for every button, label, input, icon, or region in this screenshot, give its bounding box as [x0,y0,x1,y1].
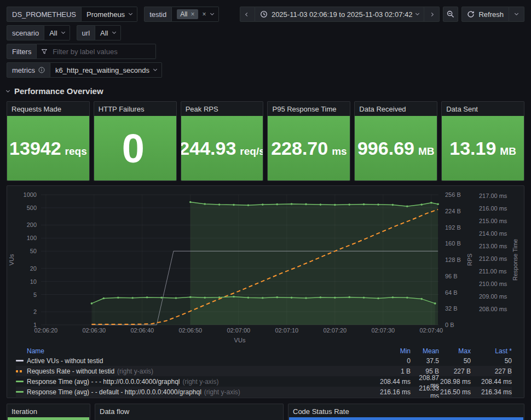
stat-panel-peak-rps: Peak RPS 244.93req/s [181,101,264,181]
filters-input-wrap [37,44,156,59]
testid-select[interactable]: All × × [172,7,218,22]
refresh-icon [467,10,475,18]
svg-text:96 B: 96 B [445,273,458,279]
panel-title[interactable]: Code Status Rate [288,404,524,419]
metrics-variable: metrics k6_http_req_waiting_seconds [7,62,162,78]
filters-input[interactable] [51,47,151,56]
legend-header-max[interactable]: Max [439,347,471,355]
panel-title[interactable]: Data Sent [442,102,524,116]
svg-text:02:06:30: 02:06:30 [82,327,106,334]
time-range-text: 2025-11-03 02:06:19 to 2025-11-03 02:07:… [272,10,413,19]
clear-all-icon[interactable]: × [203,11,206,18]
stat-body: 996.69MB [355,116,437,180]
series-name-text: Response Time (avg) - - default - http:/… [27,388,201,396]
stat-body: 13942reqs [7,116,89,180]
panel-title[interactable]: Data Received [355,102,437,116]
legend-header-last[interactable]: Last * [471,347,512,355]
stat-panel-p95-response-time: P95 Response Time 228.70ms [267,101,350,181]
series-swatch-gray[interactable] [16,360,24,361]
svg-text:100: 100 [27,235,37,241]
clock-icon [260,10,268,18]
series-swatch-orange-dashed[interactable] [16,370,24,372]
section-performance-overview[interactable]: Performance Overview [7,86,524,96]
url-select[interactable]: All [95,25,120,40]
series-swatch-green[interactable] [16,391,24,393]
refresh-button[interactable]: Refresh [461,7,509,22]
url-label: url [77,25,95,40]
series-name-suffix: (right y-axis) [117,368,153,375]
url-value: All [100,29,108,37]
series-name[interactable]: Active VUs - without testid [27,357,370,365]
svg-text:10: 10 [30,278,37,285]
stat-panel-data-sent: Data Sent 13.19MB [441,101,524,181]
panel-title[interactable]: HTTP Failures [94,102,176,116]
zoom-out-button[interactable] [443,7,458,22]
time-controls: 2025-11-03 02:06:19 to 2025-11-03 02:07:… [240,7,524,22]
tag-label: All [180,10,187,18]
svg-text:1000: 1000 [24,191,37,198]
panel-title[interactable]: P95 Response Time [268,102,350,116]
series-swatch-green[interactable] [16,381,24,382]
legend-row-active-vus: Active VUs - without testid 0 37.5 50 50 [16,355,512,366]
stat-unit: ms [332,145,347,158]
series-name[interactable]: Response Time (avg) - - default - http:/… [27,388,370,396]
series-name[interactable]: Requests Rate - without testid(right y-a… [27,368,370,375]
legend-max: 216.50 ms [439,388,471,396]
close-x-icon[interactable]: × [191,11,195,18]
toolbar-row-2: scenario All url All [7,25,524,40]
legend-header-mean[interactable]: Mean [411,347,439,355]
toolbar-row-1: DS_PROMETHEUS Prometheus testid All × × [7,7,524,22]
filters-label: Filters [7,44,37,59]
panel-title[interactable]: Peak RPS [181,102,263,116]
chevron-down-icon [129,11,132,15]
datasource-select[interactable]: Prometheus [82,7,137,22]
stat-value: 13.19 [449,138,496,159]
toolbar-row-3: Filters [7,44,524,59]
svg-text:02:06:20: 02:06:20 [34,327,57,334]
time-forward-button[interactable] [424,7,440,22]
scenario-label: scenario [7,25,44,40]
svg-text:160 B: 160 B [445,240,461,247]
filters-variable: Filters [7,44,156,59]
stat-body: 244.93req/s [181,116,263,180]
metrics-select[interactable]: k6_http_req_waiting_seconds [50,62,162,78]
testid-tag-all[interactable]: All × [177,9,198,19]
info-circle-icon[interactable] [38,67,45,73]
legend-header-min[interactable]: Min [370,347,411,355]
svg-text:50: 50 [30,248,37,254]
legend-min: 208.44 ms [370,378,411,386]
refresh-interval-dropdown[interactable] [509,7,524,22]
chevron-down-icon [6,88,10,92]
time-back-button[interactable] [240,7,255,22]
svg-text:02:07:30: 02:07:30 [371,327,395,334]
svg-text:213.00 ms: 213.00 ms [479,243,507,249]
chevron-down-icon [515,11,518,15]
svg-text:211.00 ms: 211.00 ms [479,268,507,275]
legend-last: 50 [471,357,512,365]
datasource-value: Prometheus [86,10,125,19]
scenario-select[interactable]: All [44,25,70,40]
chevron-down-icon [415,11,419,15]
time-range-picker[interactable]: 2025-11-03 02:06:19 to 2025-11-03 02:07:… [255,7,425,22]
legend-mean: 216.33 ms [411,384,439,399]
svg-text:02:07:20: 02:07:20 [323,327,347,334]
timeseries-chart[interactable]: 100050020010050201052102:06:2002:06:3002… [7,186,523,346]
legend-max: 227 B [439,368,471,375]
legend-max: 50 [439,357,471,365]
legend-header-name[interactable]: Name [27,347,370,355]
chart-legend: Name Min Mean Max Last * Active VUs - wi… [7,346,524,397]
chevron-down-icon [61,30,65,34]
panel-title[interactable]: Iteration [7,404,90,419]
stat-panel-requests-made: Requests Made 13942reqs [7,101,90,181]
stat-unit: reqs [65,145,87,158]
svg-text:02:07:40: 02:07:40 [419,327,443,334]
metrics-label: metrics [7,62,50,78]
panel-title[interactable]: Requests Made [7,102,89,116]
series-name[interactable]: Response Time (avg) - - - http://0.0.0.0… [27,378,370,386]
series-name-text: Active VUs - without testid [27,357,103,365]
svg-text:256 B: 256 B [445,191,461,198]
svg-text:214.00 ms: 214.00 ms [479,230,507,237]
svg-text:02:07:00: 02:07:00 [227,327,250,334]
panel-title[interactable]: Data flow [95,404,283,419]
dashboard-toolbar: DS_PROMETHEUS Prometheus testid All × × [0,7,531,78]
